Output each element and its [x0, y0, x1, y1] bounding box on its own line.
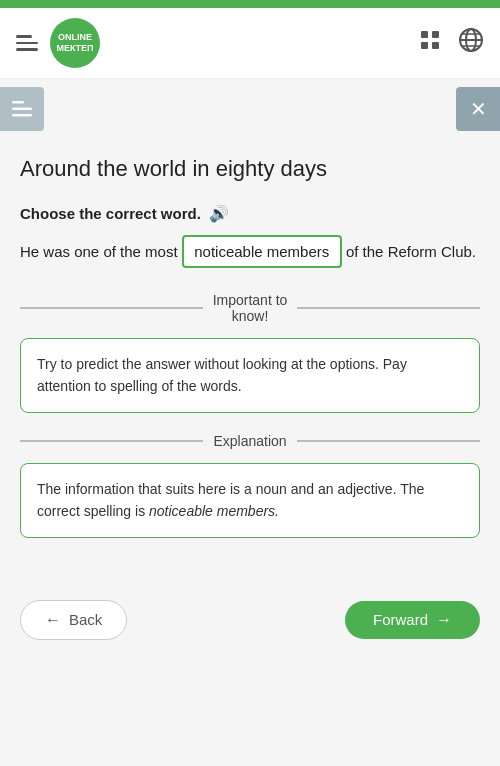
explanation-divider-line-left	[20, 440, 203, 442]
nav-header: ONLINE МЕКТЕП ​	[0, 8, 500, 79]
explanation-card: The information that suits here is a nou…	[20, 463, 480, 538]
main-content: Around the world in eighty days Choose t…	[0, 139, 500, 578]
sentence-part1: He was one of the most	[20, 243, 178, 260]
hamburger-menu-icon[interactable]	[16, 35, 38, 51]
divider-line-left	[20, 307, 203, 309]
important-label: Important to know!	[213, 292, 288, 324]
sentence-container: He was one of the most noticeable member…	[20, 235, 480, 269]
back-button[interactable]: ← Back	[20, 600, 127, 640]
forward-arrow-icon: →	[436, 611, 452, 629]
explanation-label: Explanation	[213, 433, 286, 449]
sound-icon[interactable]: 🔊	[209, 204, 229, 223]
svg-rect-1	[432, 31, 439, 38]
important-divider: Important to know!	[20, 292, 480, 324]
svg-rect-2	[421, 42, 428, 49]
side-menu-button[interactable]	[0, 87, 44, 131]
answer-box: noticeable members	[182, 235, 342, 269]
info-card-text: Try to predict the answer without lookin…	[37, 356, 407, 394]
divider-line-right	[297, 307, 480, 309]
nav-right: ​	[418, 27, 484, 59]
logo: ONLINE МЕКТЕП	[50, 18, 100, 68]
question-label: Choose the correct word. 🔊	[20, 204, 480, 223]
action-bar: ✕	[0, 79, 500, 139]
bottom-nav: ← Back Forward →	[0, 588, 500, 652]
page-title: Around the world in eighty days	[20, 155, 480, 184]
forward-button[interactable]: Forward →	[345, 601, 480, 639]
explanation-divider-line-right	[297, 440, 480, 442]
grid-icon[interactable]: ​	[418, 28, 442, 58]
close-button[interactable]: ✕	[456, 87, 500, 131]
top-bar	[0, 0, 500, 8]
sentence-part2: of the Reform Club.	[346, 243, 476, 260]
svg-rect-0	[421, 31, 428, 38]
svg-rect-3	[432, 42, 439, 49]
svg-rect-11	[12, 114, 32, 117]
info-card: Try to predict the answer without lookin…	[20, 338, 480, 413]
svg-rect-9	[12, 101, 24, 104]
explanation-italic: noticeable members.	[149, 503, 279, 519]
svg-rect-10	[12, 108, 32, 111]
back-arrow-icon: ←	[45, 611, 61, 629]
nav-left: ONLINE МЕКТЕП	[16, 18, 100, 68]
globe-icon[interactable]	[458, 27, 484, 59]
explanation-divider: Explanation	[20, 433, 480, 449]
